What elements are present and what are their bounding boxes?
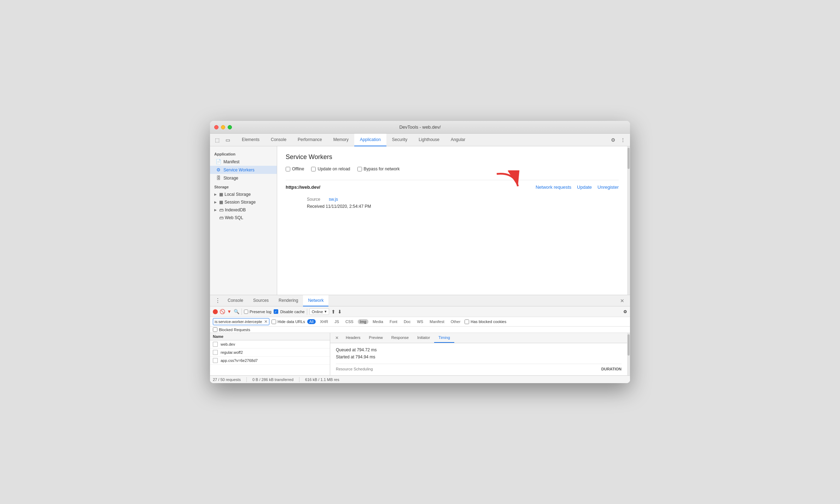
- update-link[interactable]: Update: [577, 184, 592, 190]
- tab-memory[interactable]: Memory: [328, 134, 354, 146]
- sw-js-link[interactable]: sw.js: [329, 197, 338, 202]
- tab-lighthouse[interactable]: Lighthouse: [413, 134, 445, 146]
- blocked-requests-row: Blocked Requests: [210, 327, 630, 333]
- tab-application[interactable]: Application: [354, 134, 386, 146]
- update-label: Update on reload: [317, 166, 350, 171]
- transferred-status: 0 B / 286 kB transferred: [252, 377, 293, 382]
- throttle-select[interactable]: Online ▾: [309, 308, 329, 315]
- search-icon[interactable]: 🔍: [234, 309, 239, 314]
- table-row[interactable]: app.css?v=6e2768d7: [210, 357, 330, 365]
- dropdown-arrow: ▾: [325, 309, 327, 314]
- type-doc[interactable]: Doc: [402, 319, 413, 324]
- filter-clear-button[interactable]: ✕: [264, 319, 268, 324]
- table-row[interactable]: regular.woff2: [210, 348, 330, 357]
- detail-tab-timing[interactable]: Timing: [434, 333, 454, 343]
- sidebar-item-storage[interactable]: 🗄 Storage: [210, 174, 277, 182]
- sidebar-item-service-workers[interactable]: ⚙ Service Workers: [210, 166, 277, 174]
- has-blocked-input[interactable]: [465, 320, 469, 324]
- bypass-checkbox[interactable]: Bypass for network: [357, 166, 400, 171]
- traffic-lights: [214, 125, 232, 129]
- sw-url: https://web.dev/: [286, 184, 399, 190]
- sidebar-item-web-sql[interactable]: ▶ 🗃 Web SQL: [210, 214, 277, 222]
- status-separator2: [299, 377, 299, 382]
- bottom-tab-console[interactable]: Console: [223, 295, 248, 306]
- sidebar-item-manifest-label: Manifest: [223, 159, 239, 164]
- detail-close-button[interactable]: ✕: [332, 333, 342, 343]
- download-icon[interactable]: ⬇: [338, 309, 342, 315]
- file-icon: [213, 342, 218, 347]
- sidebar-item-manifest[interactable]: 📄 Manifest: [210, 158, 277, 166]
- close-button[interactable]: [214, 125, 218, 129]
- tab-angular[interactable]: Angular: [445, 134, 471, 146]
- stop-icon[interactable]: 🚫: [220, 309, 225, 314]
- tab-security[interactable]: Security: [386, 134, 413, 146]
- preserve-log-input[interactable]: [244, 310, 248, 314]
- offline-input[interactable]: [286, 167, 290, 171]
- main-scrollbar-thumb: [628, 148, 630, 169]
- bottom-tab-rendering[interactable]: Rendering: [274, 295, 303, 306]
- unregister-link[interactable]: Unregister: [597, 184, 619, 190]
- hide-urls-checkbox[interactable]: Hide data URLs: [272, 320, 305, 324]
- type-ws[interactable]: WS: [415, 319, 425, 324]
- devtools-icons: ⬚ ▭: [213, 136, 232, 144]
- device-icon[interactable]: ▭: [223, 136, 232, 144]
- disable-cache-checkbox[interactable]: ✓: [274, 309, 278, 314]
- separator: [241, 309, 242, 315]
- separator2: [307, 309, 307, 315]
- manifest-icon: 📄: [216, 159, 221, 164]
- sidebar: Application 📄 Manifest ⚙ Service Workers…: [210, 146, 277, 295]
- type-img[interactable]: Img: [358, 319, 368, 324]
- settings-icon[interactable]: ⚙: [609, 136, 617, 144]
- bottom-tab-sources[interactable]: Sources: [248, 295, 274, 306]
- detail-tab-headers[interactable]: Headers: [342, 333, 365, 343]
- storage-icon: 🗄: [216, 175, 221, 181]
- filter-input-wrap[interactable]: is:service-worker-intercepte ✕: [213, 318, 269, 325]
- tab-console[interactable]: Console: [265, 134, 292, 146]
- filter-icon[interactable]: ▼: [227, 309, 232, 314]
- type-xhr[interactable]: XHR: [318, 319, 330, 324]
- tab-elements[interactable]: Elements: [236, 134, 265, 146]
- offline-checkbox[interactable]: Offline: [286, 166, 304, 171]
- network-requests-link[interactable]: Network requests: [536, 184, 571, 190]
- detail-scrollbar-thumb: [628, 334, 630, 356]
- sidebar-item-indexed-db[interactable]: ▶ 🗃 IndexedDB: [210, 206, 277, 214]
- has-blocked-label: Has blocked cookies: [471, 320, 506, 324]
- upload-icon[interactable]: ⬆: [331, 309, 336, 315]
- close-panel-button[interactable]: ✕: [617, 298, 627, 304]
- record-button[interactable]: [213, 309, 218, 314]
- minimize-button[interactable]: [221, 125, 225, 129]
- update-checkbox[interactable]: Update on reload: [311, 166, 350, 171]
- update-input[interactable]: [311, 167, 316, 171]
- bottom-dots-icon[interactable]: ⋮: [213, 297, 223, 304]
- cursor-icon[interactable]: ⬚: [213, 136, 221, 144]
- bottom-tab-network[interactable]: Network: [303, 295, 328, 306]
- settings-icon-network[interactable]: ⚙: [623, 309, 627, 314]
- request-name: web.dev: [221, 342, 235, 346]
- main-scrollbar[interactable]: [627, 146, 630, 295]
- table-row[interactable]: web.dev: [210, 340, 330, 348]
- sidebar-item-local-storage[interactable]: ▶ ▦ Local Storage: [210, 191, 277, 198]
- has-blocked-checkbox[interactable]: Has blocked cookies: [465, 320, 506, 324]
- maximize-button[interactable]: [228, 125, 232, 129]
- tab-performance[interactable]: Performance: [292, 134, 328, 146]
- started-text: Started at 794.94 ms: [336, 354, 622, 359]
- type-other[interactable]: Other: [449, 319, 463, 324]
- web-sql-label: Web SQL: [225, 215, 243, 220]
- bypass-input[interactable]: [357, 167, 362, 171]
- preserve-log-checkbox[interactable]: Preserve log: [244, 310, 272, 314]
- type-css[interactable]: CSS: [343, 319, 356, 324]
- titlebar: DevTools - web.dev/: [210, 121, 630, 134]
- detail-tab-initiator[interactable]: Initiator: [413, 333, 434, 343]
- hide-urls-input[interactable]: [272, 320, 276, 324]
- blocked-requests-checkbox[interactable]: [213, 327, 217, 332]
- type-all[interactable]: All: [307, 319, 316, 324]
- more-icon[interactable]: ⋮: [619, 136, 627, 144]
- type-manifest[interactable]: Manifest: [427, 319, 447, 324]
- detail-tab-response[interactable]: Response: [387, 333, 413, 343]
- type-font[interactable]: Font: [387, 319, 399, 324]
- type-media[interactable]: Media: [371, 319, 385, 324]
- detail-tab-preview[interactable]: Preview: [365, 333, 387, 343]
- detail-scrollbar[interactable]: [627, 333, 630, 375]
- type-js[interactable]: JS: [332, 319, 341, 324]
- sidebar-item-session-storage[interactable]: ▶ ▦ Session Storage: [210, 198, 277, 206]
